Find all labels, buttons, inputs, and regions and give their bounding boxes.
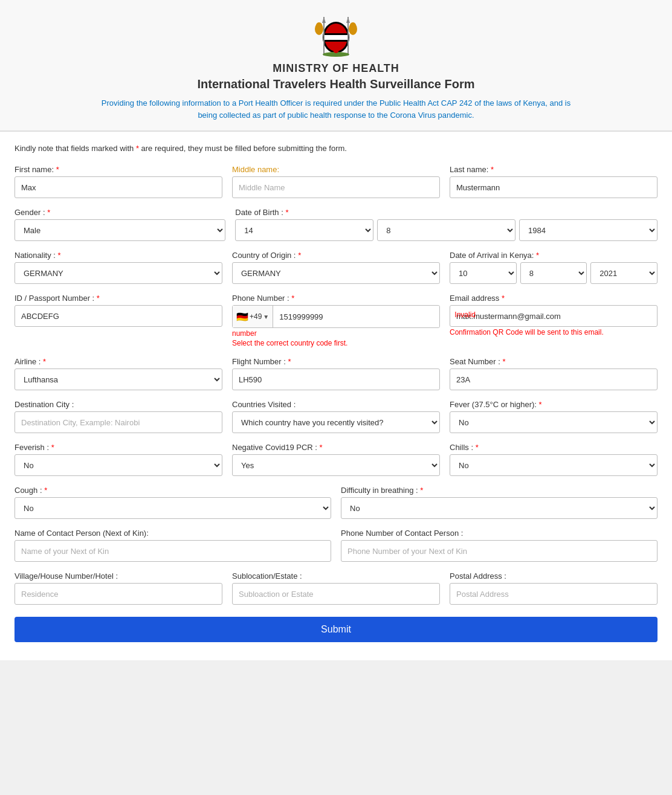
id-passport-input[interactable] <box>15 305 222 327</box>
middle-name-input[interactable] <box>232 176 440 198</box>
sublocation-label: Sublocation/Estate : <box>232 571 440 581</box>
destination-city-col: Destination City : <box>15 400 222 433</box>
email-input[interactable] <box>450 305 657 327</box>
cough-select[interactable]: No Yes <box>15 497 331 519</box>
fever-col: Fever (37.5°C or higher): * No Yes <box>450 400 657 433</box>
last-name-input[interactable] <box>450 176 657 198</box>
countries-visited-label: Countries Visited : <box>232 400 440 409</box>
phone-label: Phone Number : * <box>232 294 440 303</box>
svg-rect-4 <box>325 40 347 42</box>
email-note: Confirmation QR Code will be sent to thi… <box>450 328 657 336</box>
coat-of-arms-icon <box>312 12 360 60</box>
email-label: Email address * <box>450 294 657 303</box>
feverish-select[interactable]: No Yes <box>15 454 222 476</box>
arrival-month-select[interactable]: 8 <box>520 262 587 284</box>
phone-input[interactable] <box>273 306 439 327</box>
sublocation-input[interactable] <box>232 583 440 605</box>
arrival-year-select[interactable]: 2021 <box>590 262 657 284</box>
difficulty-breathing-select[interactable]: No Yes <box>341 497 657 519</box>
caret-icon: ▼ <box>263 314 269 320</box>
country-origin-col: Country of Origin : * GERMANY KENYA USA <box>232 251 440 284</box>
postal-address-col: Postal Address : <box>450 571 657 605</box>
ministry-title: MINISTRY OF HEALTH <box>12 62 660 75</box>
last-name-col: Last name: * <box>450 165 657 198</box>
dob-label: Date of Birth : * <box>235 208 657 217</box>
gender-select[interactable]: Male Female Other <box>15 219 225 241</box>
nationality-row: Nationality : * GERMANY KENYA USA Countr… <box>15 251 657 284</box>
next-of-kin-name-input[interactable] <box>15 540 331 562</box>
village-col: Village/House Number/Hotel : <box>15 571 222 605</box>
nationality-label: Nationality : * <box>15 251 222 260</box>
name-row: First name: * Middle name: Last name: * <box>15 165 657 198</box>
form-notice: Kindly note that fields marked with * ar… <box>15 144 657 153</box>
next-of-kin-phone-label: Phone Number of Contact Person : <box>341 529 657 538</box>
countries-visited-select[interactable]: Which country have you recently visited?… <box>232 411 440 433</box>
postal-address-label: Postal Address : <box>450 571 657 581</box>
submit-button[interactable]: Submit <box>15 617 657 642</box>
form-title: International Travelers Health Surveilla… <box>12 77 660 91</box>
arrival-date-col: Date of Arrival in Kenya: * 10 8 2021 <box>450 251 657 284</box>
next-of-kin-name-label: Name of Contact Person (Next of Kin): <box>15 529 331 538</box>
airline-row: Airline : * Lufthansa Kenya Airways Emir… <box>15 357 657 390</box>
negative-covid-select[interactable]: Yes No <box>232 454 440 476</box>
arrival-date-label: Date of Arrival in Kenya: * <box>450 251 657 260</box>
dob-month-select[interactable]: 8 <box>377 219 515 241</box>
middle-name-label: Middle name: <box>232 165 440 174</box>
phone-col: Phone Number : * 🇩🇪 +49 ▼ Invalid number… <box>232 294 440 347</box>
cough-label: Cough : * <box>15 486 331 495</box>
destination-city-input[interactable] <box>15 411 222 433</box>
fever-label: Fever (37.5°C or higher): * <box>450 400 657 409</box>
dob-day-select[interactable]: 14 <box>235 219 373 241</box>
nationality-select[interactable]: GERMANY KENYA USA <box>15 262 222 284</box>
id-passport-col: ID / Passport Number : * <box>15 294 222 327</box>
middle-name-col: Middle name: <box>232 165 440 198</box>
chills-select[interactable]: No Yes <box>450 454 657 476</box>
feverish-label: Feverish : * <box>15 443 222 452</box>
chills-label: Chills : * <box>450 443 657 452</box>
feverish-col: Feverish : * No Yes <box>15 443 222 476</box>
village-input[interactable] <box>15 583 222 605</box>
chills-col: Chills : * No Yes <box>450 443 657 476</box>
destination-row: Destination City : Countries Visited : W… <box>15 400 657 433</box>
next-of-kin-phone-input[interactable] <box>341 540 657 562</box>
phone-select-msg: Select the correct country code first. <box>232 339 440 347</box>
svg-marker-7 <box>322 17 326 23</box>
first-name-label: First name: * <box>15 165 222 174</box>
email-col: Email address * Confirmation QR Code wil… <box>450 294 657 336</box>
first-name-input[interactable] <box>15 176 222 198</box>
country-code: +49 <box>250 312 262 321</box>
id-phone-email-row: ID / Passport Number : * Phone Number : … <box>15 294 657 347</box>
negative-covid-col: Negative Covid19 PCR : * Yes No <box>232 443 440 476</box>
destination-city-label: Destination City : <box>15 400 222 409</box>
arrival-date-group: 10 8 2021 <box>450 262 657 284</box>
submit-row: Submit <box>15 617 657 642</box>
dob-col: Date of Birth : * 14 8 1984 <box>235 208 657 241</box>
arrival-day-select[interactable]: 10 <box>450 262 517 284</box>
countries-visited-col: Countries Visited : Which country have y… <box>232 400 440 433</box>
fever-select[interactable]: No Yes <box>450 411 657 433</box>
seat-number-input[interactable] <box>450 369 657 390</box>
flight-number-input[interactable] <box>232 369 440 390</box>
last-name-label: Last name: * <box>450 165 657 174</box>
country-origin-select[interactable]: GERMANY KENYA USA <box>232 262 440 284</box>
page-header: MINISTRY OF HEALTH International Travele… <box>0 0 672 131</box>
header-description: Providing the following information to a… <box>94 97 578 121</box>
flight-number-col: Flight Number : * <box>232 357 440 390</box>
svg-rect-3 <box>325 33 347 35</box>
flight-number-label: Flight Number : * <box>232 357 440 366</box>
phone-wrapper: 🇩🇪 +49 ▼ Invalid <box>232 305 440 328</box>
feverish-row: Feverish : * No Yes Negative Covid19 PCR… <box>15 443 657 476</box>
dob-date-group: 14 8 1984 <box>235 219 657 241</box>
difficulty-breathing-col: Difficulty in breathing : * No Yes <box>341 486 657 519</box>
svg-point-12 <box>350 22 356 28</box>
seat-number-col: Seat Number : * <box>450 357 657 390</box>
nationality-col: Nationality : * GERMANY KENYA USA <box>15 251 222 284</box>
seat-number-label: Seat Number : * <box>450 357 657 366</box>
phone-flag[interactable]: 🇩🇪 +49 ▼ <box>233 306 273 327</box>
dob-year-select[interactable]: 1984 <box>519 219 657 241</box>
id-passport-label: ID / Passport Number : * <box>15 294 222 303</box>
postal-address-input[interactable] <box>450 583 657 605</box>
gender-dob-row: Gender : * Male Female Other Date of Bir… <box>15 208 657 241</box>
svg-point-15 <box>334 45 338 48</box>
airline-select[interactable]: Lufthansa Kenya Airways Emirates <box>15 369 222 390</box>
